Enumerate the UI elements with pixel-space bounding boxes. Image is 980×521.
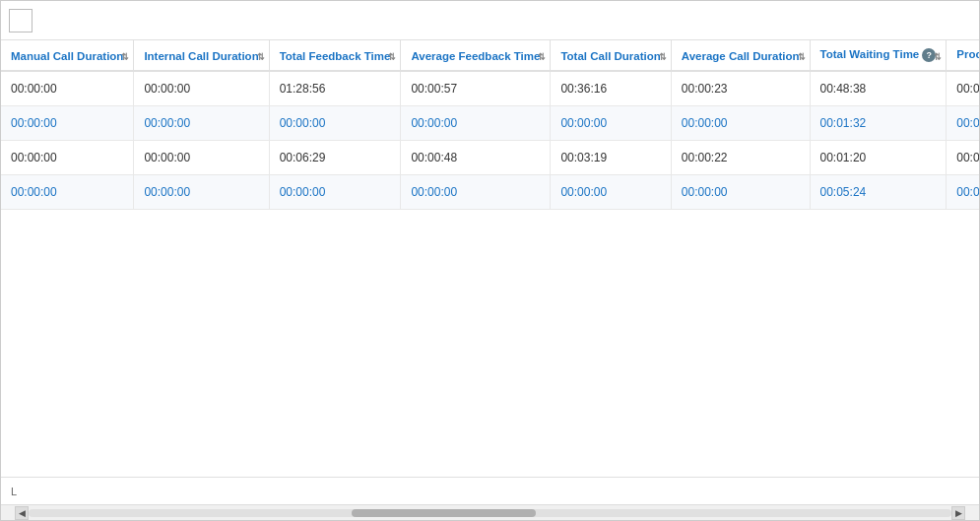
col-header-processing_time[interactable]: Processing Time?⇅ <box>947 40 979 71</box>
cell-avg_call_duration-row1: 00:00:00 <box>671 106 810 141</box>
table-row: 00:00:0000:00:0000:00:0000:00:0000:00:00… <box>1 106 979 141</box>
table-row: 00:00:0000:00:0001:28:5600:00:5700:36:16… <box>1 71 979 106</box>
cell-total_feedback_time-row1: 00:00:00 <box>269 106 401 141</box>
scroll-left-button[interactable]: ◀ <box>15 506 29 520</box>
cell-manual_call_duration-row3: 00:00:00 <box>1 175 134 210</box>
col-header-manual_call_duration[interactable]: Manual Call Duration⇅ <box>1 40 134 71</box>
sort-icon-total_call_duration[interactable]: ⇅ <box>659 52 667 62</box>
col-label-manual_call_duration: Manual Call Duration <box>11 50 123 62</box>
scrollbar-track[interactable] <box>29 509 951 517</box>
cell-avg_feedback_time-row1: 00:00:00 <box>401 106 551 141</box>
scroll-right-button[interactable]: ▶ <box>951 506 965 520</box>
cell-avg_feedback_time-row0: 00:00:57 <box>401 71 551 106</box>
col-header-avg_feedback_time[interactable]: Average Feedback Time⇅ <box>401 40 551 71</box>
cell-total_call_duration-row0: 00:36:16 <box>551 71 671 106</box>
cell-processing_time-row0: 00:00:04 <box>947 71 979 106</box>
cell-total_call_duration-row2: 00:03:19 <box>551 141 671 175</box>
sort-icon-total_feedback_time[interactable]: ⇅ <box>388 52 396 62</box>
cell-total_waiting_time-row0: 00:48:38 <box>810 71 947 106</box>
cell-total_waiting_time-row1: 00:01:32 <box>810 106 947 141</box>
sort-icon-total_waiting_time[interactable]: ⇅ <box>934 52 942 62</box>
horizontal-scrollbar[interactable]: ◀ ▶ <box>1 504 979 520</box>
cell-internal_call_duration-row0: 00:00:00 <box>134 71 269 106</box>
bottom-label: L <box>7 486 17 497</box>
cell-manual_call_duration-row1: 00:00:00 <box>1 106 134 141</box>
cell-processing_time-row2: 00:00:00 <box>947 141 979 175</box>
table-row: 00:00:0000:00:0000:06:2900:00:4800:03:19… <box>1 141 979 175</box>
col-label-total_feedback_time: Total Feedback Time <box>280 50 391 62</box>
cell-processing_time-row1: 00:00:00 <box>947 106 979 141</box>
cell-total_feedback_time-row3: 00:00:00 <box>269 175 401 210</box>
cell-internal_call_duration-row1: 00:00:00 <box>134 106 269 141</box>
scrollbar-thumb[interactable] <box>352 509 536 517</box>
cell-avg_feedback_time-row3: 00:00:00 <box>401 175 551 210</box>
cell-total_feedback_time-row2: 00:06:29 <box>269 141 401 175</box>
cell-total_waiting_time-row3: 00:05:24 <box>810 175 947 210</box>
sort-icon-avg_call_duration[interactable]: ⇅ <box>798 52 806 62</box>
top-bar <box>1 1 979 40</box>
col-header-internal_call_duration[interactable]: Internal Call Duration⇅ <box>134 40 269 71</box>
col-label-total_waiting_time: Total Waiting Time <box>820 48 920 60</box>
main-container: Manual Call Duration⇅Internal Call Durat… <box>0 0 980 521</box>
cell-total_feedback_time-row0: 01:28:56 <box>269 71 401 106</box>
col-header-total_waiting_time[interactable]: Total Waiting Time?⇅ <box>810 40 947 71</box>
table-row: 00:00:0000:00:0000:00:0000:00:0000:00:00… <box>1 175 979 210</box>
cell-avg_call_duration-row2: 00:00:22 <box>671 141 810 175</box>
cell-internal_call_duration-row2: 00:00:00 <box>134 141 269 175</box>
sort-icon-avg_feedback_time[interactable]: ⇅ <box>538 52 546 62</box>
cell-manual_call_duration-row0: 00:00:00 <box>1 71 134 106</box>
col-header-total_feedback_time[interactable]: Total Feedback Time⇅ <box>269 40 401 71</box>
cell-total_call_duration-row3: 00:00:00 <box>551 175 671 210</box>
col-header-total_call_duration[interactable]: Total Call Duration⇅ <box>551 40 671 71</box>
cell-processing_time-row3: 00:00:00 <box>947 175 979 210</box>
col-label-avg_feedback_time: Average Feedback Time <box>411 50 540 62</box>
col-header-avg_call_duration[interactable]: Average Call Duration⇅ <box>671 40 810 71</box>
cell-avg_call_duration-row0: 00:00:23 <box>671 71 810 106</box>
cell-total_call_duration-row1: 00:00:00 <box>551 106 671 141</box>
col-label-internal_call_duration: Internal Call Duration <box>144 50 258 62</box>
select-all-checkbox[interactable] <box>9 9 33 33</box>
bottom-bar: L <box>1 477 979 504</box>
cell-avg_feedback_time-row2: 00:00:48 <box>401 141 551 175</box>
col-label-total_call_duration: Total Call Duration <box>560 50 660 62</box>
sort-icon-manual_call_duration[interactable]: ⇅ <box>121 52 129 62</box>
col-label-avg_call_duration: Average Call Duration <box>682 50 800 62</box>
cell-avg_call_duration-row3: 00:00:00 <box>671 175 810 210</box>
data-table: Manual Call Duration⇅Internal Call Durat… <box>1 40 979 210</box>
cell-total_waiting_time-row2: 00:01:20 <box>810 141 947 175</box>
cell-manual_call_duration-row2: 00:00:00 <box>1 141 134 175</box>
col-label-processing_time: Processing Time <box>956 48 979 60</box>
cell-internal_call_duration-row3: 00:00:00 <box>134 175 269 210</box>
table-wrapper[interactable]: Manual Call Duration⇅Internal Call Durat… <box>1 40 979 477</box>
sort-icon-internal_call_duration[interactable]: ⇅ <box>257 52 265 62</box>
